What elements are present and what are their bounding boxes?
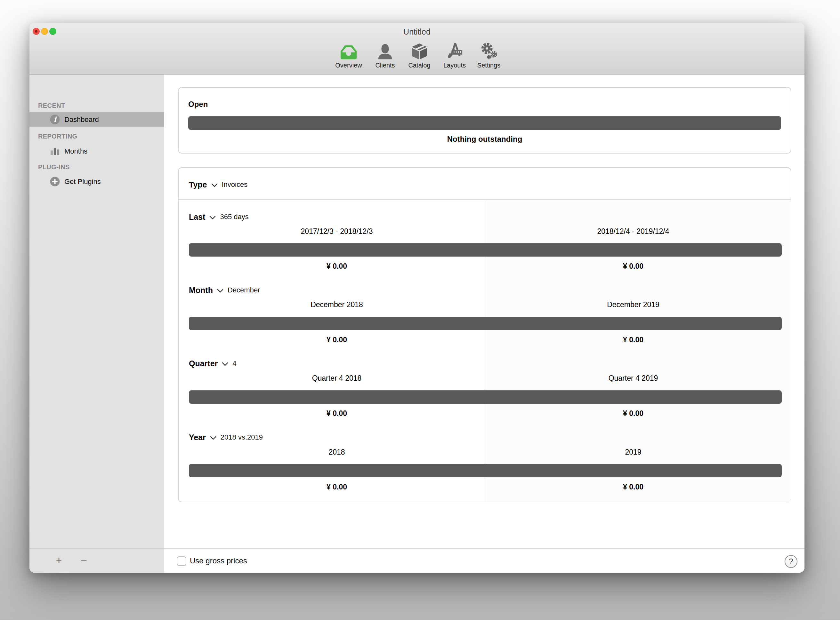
comparison-panel: Type Invoices Last 365 days 2017/12/3 - …: [178, 167, 791, 502]
toolbar-label: Clients: [365, 62, 405, 69]
sidebar-section-recent: RECENT: [38, 100, 65, 111]
sidebar-item-months[interactable]: Months: [29, 144, 164, 158]
chevron-down-icon: [217, 289, 224, 293]
chevron-down-icon: [210, 436, 217, 440]
chevron-down-icon: [222, 362, 229, 366]
right-amount: ¥ 0.00: [485, 261, 782, 272]
year-selector[interactable]: Year 2018 vs.2019: [189, 432, 263, 443]
comparison-bar: [189, 390, 782, 404]
unsaved-dot-icon: [35, 30, 38, 33]
sidebar-item-dashboard[interactable]: i Dashboard: [29, 112, 164, 127]
section-value: December: [228, 286, 260, 294]
sidebar-section-plugins: PLUG-INS: [38, 161, 70, 172]
left-period-label: 2018: [189, 447, 485, 457]
sidebar-footer: + −: [29, 548, 164, 573]
window-title: Untitled: [29, 23, 804, 41]
comparison-bar: [189, 243, 782, 257]
section-label: Month: [189, 286, 213, 295]
sidebar-item-label: Months: [64, 144, 87, 158]
left-period-label: Quarter 4 2018: [189, 373, 485, 384]
right-amount: ¥ 0.00: [485, 482, 782, 492]
comparison-bar: [189, 317, 782, 330]
person-icon: [376, 42, 394, 60]
section-value: 365 days: [220, 213, 249, 221]
sidebar: RECENT i Dashboard REPORTING Months PLUG…: [29, 75, 164, 548]
section-label: Year: [189, 433, 206, 442]
last-selector[interactable]: Last 365 days: [189, 211, 249, 222]
toolbar-item-clients[interactable]: Clients: [365, 42, 405, 73]
info-icon: i: [50, 114, 60, 125]
use-gross-prices-label: Use gross prices: [190, 549, 247, 573]
right-period-label: 2019: [485, 447, 782, 457]
toolbar-item-overview[interactable]: Overview: [329, 42, 368, 73]
sidebar-section-reporting: REPORTING: [38, 131, 77, 142]
left-amount: ¥ 0.00: [189, 408, 485, 419]
use-gross-prices-checkbox[interactable]: [177, 556, 186, 566]
footer: + − Use gross prices ?: [29, 548, 804, 573]
right-period-label: Quarter 4 2019: [485, 373, 782, 384]
type-selector[interactable]: Type Invoices: [189, 179, 247, 190]
remove-button[interactable]: −: [75, 549, 93, 573]
right-period-label: December 2019: [485, 299, 782, 310]
toolbar-label: Settings: [469, 62, 509, 69]
main-footer: Use gross prices ?: [164, 548, 804, 573]
right-amount: ¥ 0.00: [485, 408, 782, 419]
app-body: RECENT i Dashboard REPORTING Months PLUG…: [29, 75, 804, 548]
add-button[interactable]: +: [50, 549, 68, 573]
chevron-down-icon: [209, 215, 216, 220]
month-selector[interactable]: Month December: [189, 285, 260, 296]
type-value: Invoices: [222, 181, 248, 189]
open-panel-title: Open: [188, 99, 208, 110]
sidebar-item-get-plugins[interactable]: Get Plugins: [29, 175, 164, 189]
titlebar: Untitled Overview Clients Catalog: [29, 23, 804, 75]
left-period-label: 2017/12/3 - 2018/12/3: [189, 226, 485, 237]
plus-circle-icon: [50, 177, 60, 187]
toolbar-item-settings[interactable]: Settings: [469, 42, 509, 73]
section-value: 4: [232, 359, 236, 367]
help-button[interactable]: ?: [785, 555, 798, 568]
brush-ruler-icon: [445, 42, 464, 60]
left-amount: ¥ 0.00: [189, 261, 485, 272]
sidebar-item-label: Get Plugins: [64, 175, 101, 189]
toolbar-label: Layouts: [435, 62, 474, 69]
right-period-label: 2018/12/4 - 2019/12/4: [485, 226, 782, 237]
section-value: 2018 vs.2019: [220, 433, 263, 441]
left-amount: ¥ 0.00: [189, 334, 485, 345]
main-content: Open Nothing outstanding Type Invoices L…: [164, 75, 804, 548]
minimize-button[interactable]: [41, 28, 48, 35]
gears-icon: [480, 42, 498, 60]
chevron-down-icon: [211, 183, 218, 188]
open-empty-message: Nothing outstanding: [179, 134, 791, 144]
section-label: Last: [189, 212, 205, 222]
close-button[interactable]: [33, 28, 40, 35]
zoom-button[interactable]: [49, 28, 56, 35]
left-period-label: December 2018: [189, 299, 485, 310]
package-icon: [410, 42, 429, 60]
app-window: Untitled Overview Clients Catalog: [29, 23, 804, 573]
right-amount: ¥ 0.00: [485, 334, 782, 345]
toolbar-label: Catalog: [400, 62, 439, 69]
type-label: Type: [189, 180, 207, 190]
toolbar-item-layouts[interactable]: Layouts: [435, 42, 474, 73]
toolbar-item-catalog[interactable]: Catalog: [400, 42, 439, 73]
toolbar-label: Overview: [329, 62, 368, 69]
open-panel: Open Nothing outstanding: [178, 87, 791, 153]
open-progress-bar: [188, 116, 781, 130]
bar-chart-icon: [51, 147, 59, 155]
quarter-selector[interactable]: Quarter 4: [189, 358, 237, 369]
sidebar-item-label: Dashboard: [64, 112, 99, 127]
section-label: Quarter: [189, 359, 218, 368]
left-amount: ¥ 0.00: [189, 482, 485, 492]
comparison-bar: [189, 464, 782, 477]
inbox-icon: [339, 42, 358, 60]
